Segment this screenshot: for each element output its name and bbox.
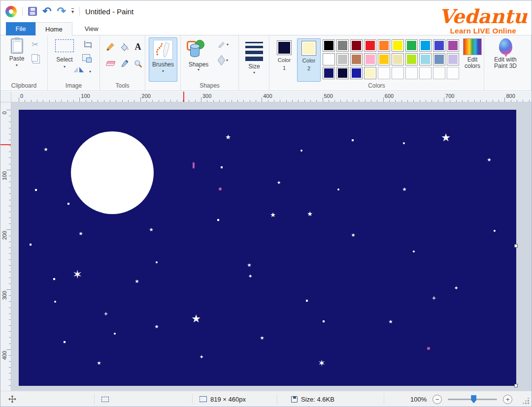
window-resize-grip[interactable] [528,403,529,404]
text-tool[interactable]: A [133,41,143,52]
palette-swatch[interactable] [447,53,459,65]
ruler-tick [353,100,353,102]
palette-swatch[interactable] [447,39,459,52]
canvas-resize-handle-corner[interactable] [514,384,518,387]
zoom-slider[interactable] [448,399,497,400]
ruler-label: 300 [202,93,211,99]
ruler-tick [98,100,98,102]
ruler-label: 100 [1,171,7,180]
tab-file[interactable]: File [6,22,35,35]
zoom-in-button[interactable]: + [503,395,512,404]
size-label[interactable]: Size [239,63,269,70]
ruler-tick [274,100,274,102]
ruler-tick [195,100,196,102]
select-label: Select [56,56,72,63]
ruler-tick [9,248,11,248]
star: ✶ [72,269,82,281]
ruler-cursor-marker [183,92,184,102]
magnifier-tool[interactable] [133,58,143,69]
palette-swatch[interactable] [350,53,363,65]
redo-button[interactable]: ↷ [57,6,66,17]
qat-customize-icon[interactable]: ▾ [71,8,74,14]
select-button[interactable]: Select ▾ [52,39,77,69]
palette-swatch[interactable] [419,53,432,65]
palette-swatch[interactable] [336,39,349,52]
eraser-tool[interactable] [105,58,116,69]
ruler-tick [43,100,43,102]
color-picker-tool[interactable] [119,58,130,69]
resize-icon[interactable] [82,54,90,61]
save-button[interactable] [28,7,37,16]
tab-view[interactable]: View [75,22,108,35]
zoom-out-button[interactable]: − [432,395,442,404]
palette-swatch[interactable] [378,53,390,65]
palette-swatch[interactable] [392,67,404,79]
dropdown-caret-icon[interactable]: ▾ [89,70,91,74]
size-bars-icon[interactable] [245,42,263,61]
ribbon: Paste ▾ ✂ Clipboard Select ▾ ▾ Image [0,35,532,91]
crop-icon[interactable] [83,41,91,48]
palette-swatch[interactable] [447,67,459,79]
undo-button[interactable]: ↶ [42,6,51,17]
palette-swatch[interactable] [419,67,432,79]
star [494,230,496,232]
shapes-gallery-button[interactable] [187,40,208,59]
paste-button[interactable]: Paste ▾ [5,38,28,67]
ruler-tick [377,100,377,102]
pencil-tool[interactable] [105,41,116,52]
shape-outline-button[interactable]: ▾ [218,41,229,48]
palette-swatch[interactable] [364,67,376,79]
palette-swatch[interactable] [392,39,404,52]
ruler-tick [128,100,129,102]
fill-tool[interactable] [119,41,130,52]
color1-button[interactable]: Color 1 [272,38,296,82]
ruler-tick [413,100,414,102]
work-area: ★★✦★★★★★★★✶★+★★★✦★★✶★★✦✦+ [11,102,532,391]
brushes-button[interactable]: Brushes ▾ [149,37,177,82]
color2-button[interactable]: Color 2 [297,38,321,82]
palette-swatch[interactable] [364,39,376,52]
canvas-resize-handle-right[interactable] [514,244,518,248]
zoom-controls: 100% − + [410,391,512,407]
palette-swatch[interactable] [378,39,390,52]
ruler-tick [9,188,11,188]
palette-swatch[interactable] [336,53,349,65]
copy-icon[interactable] [32,54,38,62]
palette-swatch[interactable] [405,67,418,79]
palette-swatch[interactable] [364,53,376,65]
star: + [104,312,108,316]
ruler-tick [9,128,11,128]
ruler-tick [140,97,141,102]
palette-swatch[interactable] [378,67,390,79]
ruler-tick [304,100,305,102]
palette-swatch[interactable] [323,53,335,65]
cut-icon[interactable]: ✂ [32,39,38,50]
palette-swatch[interactable] [405,53,418,65]
palette-swatch[interactable] [323,39,335,52]
star: ★ [402,187,407,192]
palette-swatch[interactable] [350,67,363,79]
palette-swatch[interactable] [323,67,335,79]
tab-home[interactable]: Home [35,22,72,36]
ruler-tick [9,313,11,314]
edit-colors-button[interactable]: Edit colors [462,38,483,69]
drawing-canvas[interactable]: ★★✦★★★★★★★✶★+★★★✦★★✶★★✦✦+ [19,110,516,386]
star: ✦ [454,285,458,291]
star [30,244,32,246]
shape-fill-button[interactable]: ▾ [218,57,228,63]
palette-swatch[interactable] [433,39,445,52]
shapes-button-label[interactable]: Shapes ▾ [181,61,216,72]
palette-swatch[interactable] [405,39,418,52]
palette-swatch[interactable] [392,53,404,65]
rotate-icon[interactable] [79,67,84,72]
edit-with-paint3d-button[interactable]: Edit with Paint 3D [488,38,523,69]
palette-swatch[interactable] [433,53,445,65]
palette-swatch[interactable] [350,39,363,52]
palette-swatch[interactable] [433,67,445,79]
zoom-slider-handle[interactable] [471,395,476,404]
palette-swatch[interactable] [419,39,432,52]
ruler-tick [511,100,511,102]
palette-swatch[interactable] [336,67,349,79]
dropdown-caret-icon: ▾ [64,65,66,69]
star: ✶ [318,359,325,368]
